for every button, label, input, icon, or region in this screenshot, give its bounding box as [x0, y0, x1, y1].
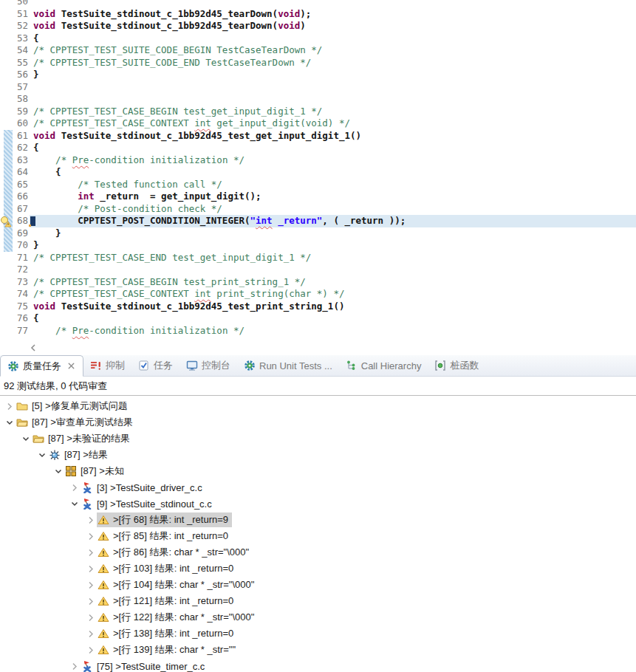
code-line-74[interactable]: 74/* CPPTEST_TEST_CASE_CONTEXT int print…: [0, 288, 636, 301]
tree-item[interactable]: [5] >修复单元测试问题: [16, 399, 131, 414]
code-line-70[interactable]: 70}: [0, 239, 636, 252]
tree-row[interactable]: [5] >修复单元测试问题: [0, 398, 636, 414]
tab-stubs[interactable]: 桩函数: [428, 355, 485, 376]
tree-item[interactable]: [87] >结果: [48, 448, 112, 462]
tree-item[interactable]: >[行 103] 结果: int _return=0: [97, 561, 237, 576]
code-line-72[interactable]: 72: [0, 264, 636, 276]
tree-row[interactable]: [87] >未验证的结果: [0, 431, 636, 447]
code-line-68[interactable]: 68 CPPTEST_POST_CONDITION_INTEGER("int _…: [0, 215, 636, 227]
tab-tasks[interactable]: 任务: [131, 355, 179, 376]
tree-row[interactable]: [9] >TestSuite_stdinout_c.c: [0, 496, 636, 512]
code-line-66[interactable]: 66 int _return = get_input_digit();: [0, 191, 636, 203]
expand-chevron-icon[interactable]: [84, 546, 97, 558]
code-line-75[interactable]: 75void TestSuite_stdinout_c_1bb92d45_tes…: [0, 301, 636, 313]
tree-row[interactable]: [3] >TestSuite_driver_c.c: [0, 479, 636, 496]
line-number[interactable]: 53: [0, 32, 28, 45]
line-number[interactable]: 56: [0, 69, 28, 81]
code-line-52[interactable]: 52void TestSuite_stdinout_c_1bb92d45_tea…: [0, 20, 636, 32]
line-number[interactable]: 75: [0, 301, 28, 313]
line-number[interactable]: 60: [0, 117, 28, 130]
tree-item[interactable]: [3] >TestSuite_driver_c.c: [81, 480, 206, 495]
code-line-53[interactable]: 53{: [0, 32, 636, 45]
expand-chevron-icon[interactable]: [84, 628, 97, 640]
code-line-65[interactable]: 65 /* Tested function call */: [0, 179, 636, 191]
line-number[interactable]: 74: [0, 288, 28, 301]
code-line-64[interactable]: 64 {: [0, 166, 636, 179]
expand-chevron-icon[interactable]: [84, 611, 97, 623]
code-line-67[interactable]: 67 /* Post-condition check */: [0, 203, 636, 216]
expand-chevron-icon[interactable]: [84, 530, 97, 542]
expand-chevron-icon[interactable]: [84, 595, 97, 607]
code-line-71[interactable]: 71/* CPPTEST_TEST_CASE_END test_get_inpu…: [0, 252, 636, 264]
expand-chevron-icon[interactable]: [84, 514, 97, 526]
code-line-63[interactable]: 63 /* Pre-condition initialization */: [0, 154, 636, 167]
tree-row[interactable]: >[行 85] 结果: int _return=0: [0, 528, 636, 544]
tree-row[interactable]: >[行 86] 结果: char * _str="\000": [0, 544, 636, 560]
expand-chevron-icon[interactable]: [68, 481, 81, 493]
tree-row[interactable]: >[行 122] 结果: char * _str="\000": [0, 609, 636, 625]
tree-row[interactable]: [87] >审查单元测试结果: [0, 414, 636, 431]
tree-item[interactable]: >[行 138] 结果: int _return=0: [97, 626, 237, 641]
tree-row[interactable]: >[行 139] 结果: char * _str="": [0, 642, 636, 658]
tab-console[interactable]: 控制台: [179, 355, 237, 376]
tree-row[interactable]: [87] >未知: [0, 463, 636, 479]
code-line-55[interactable]: 55/* CPPTEST_TEST_SUITE_CODE_END TestCas…: [0, 57, 636, 69]
tree-item[interactable]: [75] >TestSuite_timer_c.c: [81, 659, 208, 672]
tree-row[interactable]: >[行 121] 结果: int _return=0: [0, 593, 636, 609]
expand-chevron-icon[interactable]: [84, 579, 97, 591]
line-number[interactable]: 55: [0, 57, 28, 69]
tree-row[interactable]: >[行 104] 结果: char * _str="\000": [0, 577, 636, 593]
tree-row[interactable]: >[行 103] 结果: int _return=0: [0, 560, 636, 577]
scroll-left-arrow-icon[interactable]: [28, 343, 38, 353]
line-number[interactable]: 52: [0, 20, 28, 32]
code-line-77[interactable]: 77 /* Pre-condition initialization */: [0, 325, 636, 337]
expand-chevron-icon[interactable]: [3, 400, 16, 412]
tree-row[interactable]: >[行 68] 结果: int _return=9: [0, 512, 636, 528]
code-line-73[interactable]: 73/* CPPTEST_TEST_CASE_BEGIN test_print_…: [0, 276, 636, 289]
expand-chevron-icon[interactable]: [68, 660, 81, 672]
line-number[interactable]: 71: [0, 252, 28, 264]
code-line-50[interactable]: 50: [0, 0, 636, 8]
collapse-chevron-icon[interactable]: [19, 433, 32, 445]
line-number[interactable]: 50: [0, 0, 28, 8]
tab-suppressions[interactable]: 抑制: [83, 355, 131, 376]
tree-item[interactable]: >[行 85] 结果: int _return=0: [97, 529, 232, 544]
line-number[interactable]: 51: [0, 8, 28, 21]
tree-item[interactable]: [87] >未验证的结果: [32, 431, 134, 446]
warning-lightbulb-icon[interactable]: [0, 216, 12, 227]
tree-item[interactable]: [87] >审查单元测试结果: [16, 415, 137, 430]
line-number[interactable]: 77: [0, 325, 28, 337]
tree-row[interactable]: [75] >TestSuite_timer_c.c: [0, 658, 636, 672]
line-number[interactable]: 76: [0, 312, 28, 325]
tree-item[interactable]: >[行 86] 结果: char * _str="\000": [97, 545, 253, 560]
tab-run-unit-tests[interactable]: Run Unit Tests ...: [237, 355, 339, 376]
code-line-59[interactable]: 59/* CPPTEST_TEST_CASE_BEGIN test_get_in…: [0, 106, 636, 118]
code-line-76[interactable]: 76{: [0, 312, 636, 325]
tree-item[interactable]: [9] >TestSuite_stdinout_c.c: [81, 496, 216, 511]
code-line-51[interactable]: 51void TestSuite_stdinout_c_1bb92d45_tea…: [0, 8, 636, 21]
code-line-60[interactable]: 60/* CPPTEST_TEST_CASE_CONTEXT int get_i…: [0, 117, 636, 130]
tree-row[interactable]: >[行 138] 结果: int _return=0: [0, 625, 636, 642]
collapse-chevron-icon[interactable]: [68, 498, 81, 510]
expand-chevron-icon[interactable]: [84, 563, 97, 575]
code-editor[interactable]: 5051void TestSuite_stdinout_c_1bb92d45_t…: [0, 0, 636, 342]
tree-item[interactable]: >[行 104] 结果: char * _str="\000": [97, 577, 258, 592]
selected-tree-item[interactable]: >[行 68] 结果: int _return=9: [97, 512, 232, 527]
tree-row[interactable]: [87] >结果: [0, 447, 636, 463]
code-line-54[interactable]: 54/* CPPTEST_TEST_SUITE_CODE_BEGIN TestC…: [0, 44, 636, 57]
line-number[interactable]: 72: [0, 264, 28, 276]
tree-item[interactable]: >[行 139] 结果: char * _str="": [97, 642, 239, 657]
line-number[interactable]: 57: [0, 81, 28, 94]
collapse-chevron-icon[interactable]: [35, 449, 48, 461]
code-line-58[interactable]: 58: [0, 93, 636, 106]
line-number[interactable]: 59: [0, 106, 28, 118]
code-line-61[interactable]: 61void TestSuite_stdinout_c_1bb92d45_tes…: [0, 130, 636, 143]
code-line-69[interactable]: 69 }: [0, 227, 636, 240]
code-line-56[interactable]: 56}: [0, 69, 636, 81]
tree-item[interactable]: >[行 122] 结果: char * _str="\000": [97, 610, 258, 625]
code-line-57[interactable]: 57: [0, 81, 636, 94]
tab-quality-tasks[interactable]: 质量任务: [0, 355, 83, 377]
line-number[interactable]: 54: [0, 44, 28, 57]
tab-call-hierarchy[interactable]: Call Hierarchy: [339, 355, 428, 376]
code-line-62[interactable]: 62{: [0, 142, 636, 154]
